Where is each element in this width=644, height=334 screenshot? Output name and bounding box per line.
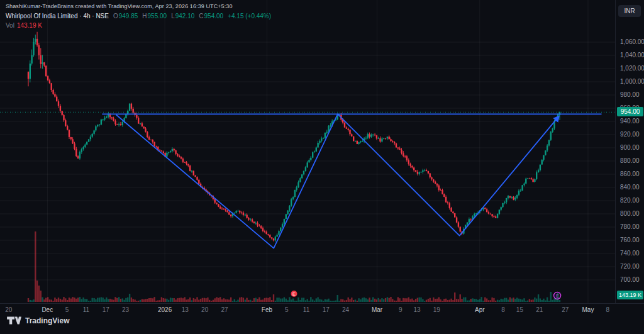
price-tick-label: 860.00 (620, 170, 640, 178)
volume-value: 143.19 K (17, 22, 42, 29)
time-tick-label: 5 (285, 306, 289, 313)
time-tick-label: 20 (201, 306, 208, 313)
price-tick-label: 700.00 (620, 276, 640, 284)
price-tick-label: 800.00 (620, 210, 640, 218)
ohlc-field-value: 949.85 (119, 13, 138, 19)
time-tick-label: Dec (42, 306, 53, 313)
time-tick-label: 11 (83, 306, 89, 313)
time-tick-label: Apr (475, 306, 485, 313)
volume-axis-badge: 143.19 K (617, 291, 643, 299)
volume-line: Vol143.19 K (6, 22, 271, 29)
price-tick-label: 820.00 (620, 197, 640, 204)
time-tick-label: Mar (372, 306, 382, 313)
time-tick-label: 19 (433, 306, 440, 313)
tradingview-logo-text: TradingView (25, 316, 69, 325)
time-tick-label: 21 (536, 306, 543, 313)
time-tick-label: 8 (501, 306, 505, 313)
time-tick-label: 11 (303, 306, 309, 313)
ohlc-field-value: 942.10 (175, 13, 195, 19)
price-tick-label: 740.00 (620, 250, 640, 257)
price-tick-label: 1,060.00 (620, 38, 644, 46)
price-tick-label: 780.00 (620, 223, 640, 231)
time-tick-label: May (582, 306, 594, 313)
time-tick-label: 17 (103, 306, 109, 313)
ohlc-field-label: L (171, 13, 175, 19)
time-tick-label: 27 (562, 306, 569, 313)
chart-legend: ShashiKumar-TradeBrains created with Tra… (6, 3, 271, 29)
price-change: +4.15 (+0.44%) (228, 13, 271, 19)
time-tick-label: 8 (606, 306, 609, 313)
price-axis[interactable]: INR 954.00 143.19 K 1,060.001,040.001,02… (615, 0, 644, 303)
price-tick-label: 1,020.00 (620, 65, 644, 72)
price-tick-label: 1,000.00 (620, 78, 644, 86)
price-tick-label: 760.00 (620, 237, 640, 244)
price-tick-label: 840.00 (620, 184, 640, 191)
ohlc-field-value: 954.00 (204, 13, 224, 19)
ohlc-field-label: H (142, 13, 147, 19)
time-tick-label: 9 (399, 306, 402, 313)
time-tick-label: 13 (414, 306, 421, 313)
ohlc-field-value: 955.00 (148, 13, 167, 19)
price-tick-label: 1,040.00 (620, 52, 644, 59)
time-tick-label: 15 (516, 306, 523, 313)
price-tick-label: 720.00 (620, 263, 640, 270)
price-tick-label: 920.00 (620, 131, 640, 138)
symbol-title: Whirlpool Of India Limited · 4h · NSE (6, 13, 109, 19)
ohlc-field-label: C (199, 13, 203, 19)
ohlc-field-label: O (113, 13, 118, 19)
time-tick-label: 23 (122, 306, 129, 313)
tradingview-logo-icon (6, 316, 21, 325)
time-tick-label: 5 (65, 306, 69, 313)
volume-label: Vol (6, 22, 14, 29)
price-tick-label: 940.00 (620, 118, 640, 125)
symbol-line: Whirlpool Of India Limited · 4h · NSEO94… (6, 13, 271, 19)
time-tick-label: 13 (182, 306, 189, 313)
tradingview-chart-window: EE ShashiKumar-TradeBrains created with … (0, 0, 644, 334)
ohlc-values: O949.85H955.00L942.10C954.00 (109, 13, 223, 19)
time-tick-label: 20 (5, 306, 12, 313)
candlestick-chart: EE (0, 0, 615, 303)
tradingview-logo[interactable]: TradingView (6, 316, 69, 325)
time-tick-label: 2026 (158, 306, 172, 313)
currency-button[interactable]: INR (618, 5, 641, 17)
time-tick-label: 17 (323, 306, 330, 313)
svg-text:E: E (292, 291, 296, 297)
time-axis[interactable]: 20Dec51117232026132027Feb5111724Mar91319… (0, 303, 644, 316)
time-tick-label: 24 (342, 306, 349, 313)
time-tick-label: 27 (221, 306, 228, 313)
price-tick-label: 900.00 (620, 144, 640, 152)
price-tick-label: 880.00 (620, 157, 640, 165)
chart-plot-area[interactable]: EE ShashiKumar-TradeBrains created with … (0, 0, 615, 303)
svg-text:E: E (556, 293, 559, 299)
time-tick-label: Feb (262, 306, 272, 313)
price-tick-label: 980.00 (620, 91, 640, 99)
attribution-text: ShashiKumar-TradeBrains created with Tra… (6, 3, 271, 9)
last-price-badge: 954.00 (617, 107, 643, 116)
